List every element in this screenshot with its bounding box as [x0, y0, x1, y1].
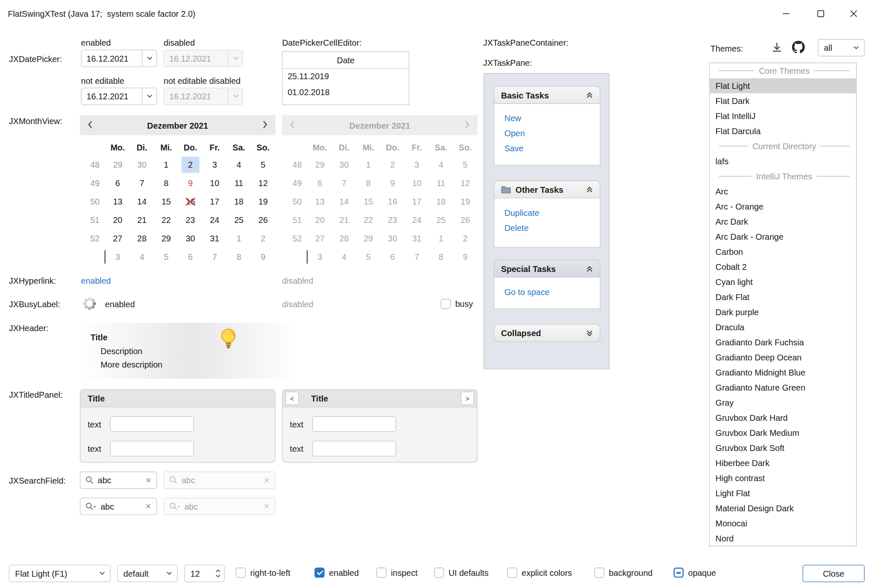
- search-field[interactable]: abc ✕: [80, 471, 157, 489]
- theme-list-item[interactable]: Gruvbox Dark Hard: [710, 410, 856, 425]
- day-cell[interactable]: 15: [154, 192, 178, 211]
- theme-list-item[interactable]: Arc Dark - Orange: [710, 229, 856, 244]
- day-cell[interactable]: 22: [154, 211, 178, 229]
- theme-list-item[interactable]: Light Flat: [710, 485, 856, 500]
- table-row[interactable]: 25.11.2019: [282, 69, 409, 84]
- text-input[interactable]: [110, 441, 194, 456]
- day-cell[interactable]: 30: [130, 155, 154, 174]
- theme-list-item[interactable]: Arc - Orange: [710, 199, 856, 214]
- theme-list-item[interactable]: Cobalt 2: [710, 259, 856, 275]
- theme-list-item[interactable]: Material Design Dark: [710, 500, 856, 515]
- theme-list-item[interactable]: Flat IntelliJ: [710, 109, 856, 124]
- day-cell[interactable]: 27: [106, 229, 130, 248]
- close-button[interactable]: Close: [803, 565, 865, 582]
- day-cell[interactable]: 3: [106, 248, 130, 266]
- theme-list-item[interactable]: Hiberbee Dark: [710, 455, 856, 470]
- theme-list-item[interactable]: Flat Dark: [710, 93, 856, 109]
- day-cell[interactable]: 29: [154, 229, 178, 248]
- task-link[interactable]: Save: [504, 141, 590, 156]
- right-to-left-checkbox-row[interactable]: right-to-left: [236, 567, 290, 578]
- theme-list-item[interactable]: High contrast: [710, 470, 856, 485]
- task-link[interactable]: New: [504, 111, 590, 126]
- day-cell[interactable]: 29: [106, 155, 130, 174]
- task-link[interactable]: Duplicate: [504, 205, 590, 220]
- day-cell[interactable]: 6: [178, 248, 202, 266]
- day-cell[interactable]: 5: [154, 248, 178, 266]
- day-cell[interactable]: 4: [227, 155, 251, 174]
- day-cell[interactable]: 19: [251, 192, 275, 211]
- text-input[interactable]: [312, 441, 396, 456]
- prev-month-button[interactable]: [88, 120, 93, 130]
- day-cell[interactable]: 28: [130, 229, 154, 248]
- theme-list-item[interactable]: Cyan light: [710, 275, 856, 290]
- task-link[interactable]: Delete: [504, 220, 590, 235]
- day-cell[interactable]: 26: [251, 211, 275, 229]
- clear-search-icon[interactable]: ✕: [145, 476, 152, 484]
- theme-list-item[interactable]: Flat Darcula: [710, 124, 856, 139]
- font-size-value[interactable]: 12: [185, 565, 212, 582]
- day-cell[interactable]: 24: [202, 211, 227, 229]
- enabled-checkbox-row[interactable]: enabled: [314, 567, 359, 578]
- collapse-icon[interactable]: [586, 265, 593, 272]
- right-to-left-checkbox[interactable]: [236, 567, 246, 578]
- theme-list-item[interactable]: Dracula: [710, 319, 856, 334]
- day-cell[interactable]: 10: [202, 174, 227, 192]
- theme-list-item[interactable]: Gradianto Midnight Blue: [710, 365, 856, 380]
- ui-defaults-checkbox-row[interactable]: UI defaults: [434, 567, 489, 578]
- day-cell[interactable]: 20: [106, 211, 130, 229]
- task-link[interactable]: Open: [504, 126, 590, 141]
- theme-list-item[interactable]: lafs: [710, 154, 856, 169]
- opaque-checkbox[interactable]: [674, 567, 684, 578]
- text-input[interactable]: [312, 416, 396, 432]
- search-input[interactable]: abc: [101, 502, 141, 511]
- day-cell-selected[interactable]: 2: [178, 155, 202, 174]
- theme-list-item[interactable]: Gradianto Dark Fuchsia: [710, 334, 856, 350]
- prev-button[interactable]: <: [285, 391, 299, 405]
- theme-list-item[interactable]: Gradianto Nature Green: [710, 380, 856, 395]
- theme-list-item[interactable]: Arc: [710, 184, 856, 199]
- day-cell[interactable]: 4: [130, 248, 154, 266]
- laf-combobox[interactable]: Flat Light (F1): [9, 565, 111, 582]
- next-button[interactable]: >: [461, 391, 474, 405]
- theme-list-item[interactable]: Gruvbox Dark Medium: [710, 425, 856, 440]
- busy-checkbox[interactable]: [441, 299, 451, 309]
- day-cell[interactable]: 21: [130, 211, 154, 229]
- taskpane-header-collapsed[interactable]: Collapsed: [494, 324, 600, 342]
- day-cell[interactable]: 13: [106, 192, 130, 211]
- theme-list-item[interactable]: Carbon: [710, 244, 856, 259]
- day-cell[interactable]: 23: [178, 211, 202, 229]
- datepicker-dropdown-button[interactable]: [142, 50, 157, 67]
- spinner-up-icon[interactable]: [215, 569, 220, 572]
- theme-list-item[interactable]: Dark Flat: [710, 289, 856, 304]
- day-cell[interactable]: 8: [227, 248, 251, 266]
- search-field-with-menu[interactable]: abc ✕: [80, 498, 157, 515]
- ui-defaults-checkbox[interactable]: [434, 567, 444, 578]
- title-bar[interactable]: FlatSwingXTest (Java 17; system scale fa…: [0, 0, 869, 27]
- text-input[interactable]: [110, 416, 194, 432]
- day-cell[interactable]: 1: [227, 229, 251, 248]
- day-cell[interactable]: 25: [227, 211, 251, 229]
- day-cell-flagged[interactable]: 9: [178, 174, 202, 192]
- opaque-checkbox-row[interactable]: opaque: [674, 567, 716, 578]
- task-link[interactable]: Go to space: [504, 284, 590, 299]
- day-cell[interactable]: 7: [202, 248, 227, 266]
- day-cell[interactable]: 2: [251, 229, 275, 248]
- theme-list-item[interactable]: Dark purple: [710, 304, 856, 319]
- day-cell[interactable]: 8: [154, 174, 178, 192]
- enabled-checkbox[interactable]: [314, 567, 324, 578]
- background-checkbox[interactable]: [594, 567, 604, 578]
- font-size-spinner[interactable]: 12: [184, 565, 225, 582]
- theme-list-item[interactable]: Monocai: [710, 515, 856, 531]
- taskpane-header-special[interactable]: Special Tasks: [494, 260, 600, 278]
- table-column-header[interactable]: Date: [282, 52, 409, 69]
- close-window-button[interactable]: [838, 0, 869, 27]
- explicit-colors-checkbox-row[interactable]: explicit colors: [507, 567, 572, 578]
- datepicker-enabled[interactable]: 16.12.2021: [81, 50, 157, 67]
- day-cell[interactable]: 11: [227, 174, 251, 192]
- collapse-icon[interactable]: [586, 91, 593, 98]
- table-row[interactable]: 01.02.2018: [282, 84, 409, 100]
- day-cell[interactable]: 3: [202, 155, 227, 174]
- day-cell[interactable]: 1: [154, 155, 178, 174]
- taskpane-header-other[interactable]: Other Tasks: [494, 181, 600, 199]
- taskpane-header-basic[interactable]: Basic Tasks: [494, 86, 600, 104]
